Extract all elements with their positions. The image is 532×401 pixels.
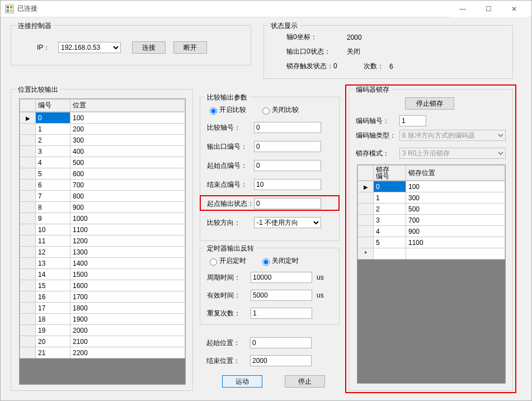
cell-pos[interactable]: 1100 bbox=[70, 224, 185, 235]
position-grid-scroll[interactable]: ▶010012002300340045005600670078008900910… bbox=[20, 112, 185, 384]
cell-id[interactable] bbox=[374, 248, 406, 260]
latch-grid-scroll[interactable]: ▶0100130025003700490051100* bbox=[357, 181, 505, 383]
cell-pos[interactable]: 900 bbox=[406, 226, 505, 237]
startout-state-input[interactable] bbox=[254, 198, 321, 209]
cell-id[interactable]: 5 bbox=[374, 237, 406, 248]
cell-id[interactable]: 8 bbox=[36, 202, 70, 213]
end-pos-input[interactable] bbox=[250, 355, 312, 366]
table-row[interactable]: 131400 bbox=[20, 258, 185, 269]
cell-pos[interactable]: 1100 bbox=[406, 237, 505, 248]
table-row[interactable]: 141500 bbox=[20, 269, 185, 280]
cell-id[interactable]: 0 bbox=[374, 181, 406, 192]
cell-pos[interactable] bbox=[406, 248, 505, 260]
cell-pos[interactable]: 1800 bbox=[70, 303, 185, 314]
cell-pos[interactable]: 1200 bbox=[70, 235, 185, 247]
table-row[interactable]: 2500 bbox=[358, 204, 505, 215]
position-grid-col-id[interactable]: 编号 bbox=[36, 100, 70, 112]
cell-pos[interactable]: 1000 bbox=[70, 213, 185, 224]
cell-id[interactable]: 2 bbox=[374, 204, 406, 215]
latch-grid-col-pos[interactable]: 锁存位置 bbox=[406, 166, 505, 181]
table-row[interactable]: 51100 bbox=[358, 237, 505, 248]
table-row[interactable]: 5600 bbox=[20, 168, 185, 180]
cell-id[interactable]: 4 bbox=[36, 157, 70, 168]
compare-axis-input[interactable] bbox=[254, 122, 321, 133]
cell-id[interactable]: 17 bbox=[36, 303, 70, 314]
cell-id[interactable]: 16 bbox=[36, 291, 70, 303]
maximize-button[interactable]: ☐ bbox=[475, 1, 501, 17]
cell-pos[interactable]: 600 bbox=[70, 168, 185, 180]
cell-pos[interactable]: 1400 bbox=[70, 258, 185, 269]
cell-pos[interactable]: 1700 bbox=[70, 291, 185, 303]
cell-id[interactable]: 10 bbox=[36, 224, 70, 235]
cell-id[interactable]: 11 bbox=[36, 235, 70, 247]
cell-pos[interactable]: 300 bbox=[70, 135, 185, 146]
close-button[interactable]: ✕ bbox=[501, 1, 527, 17]
cell-pos[interactable]: 500 bbox=[406, 204, 505, 215]
stop-latch-button[interactable]: 停止锁存 bbox=[405, 97, 454, 110]
run-button[interactable]: 运动 bbox=[222, 375, 262, 388]
table-row[interactable]: 192000 bbox=[20, 325, 185, 336]
cell-id[interactable]: 3 bbox=[36, 146, 70, 157]
table-row[interactable]: 1300 bbox=[358, 192, 505, 204]
effective-time-input[interactable] bbox=[251, 290, 312, 301]
minimize-button[interactable]: — bbox=[450, 1, 475, 17]
table-row[interactable]: 3400 bbox=[20, 146, 185, 157]
table-row[interactable]: 2300 bbox=[20, 135, 185, 146]
cell-id[interactable]: 13 bbox=[36, 258, 70, 269]
stop-button[interactable]: 停止 bbox=[285, 375, 325, 388]
compare-off-radio[interactable]: 关闭比较 bbox=[260, 105, 299, 115]
start-pos-input[interactable] bbox=[250, 337, 312, 348]
table-row[interactable]: 161700 bbox=[20, 291, 185, 303]
cell-id[interactable]: 5 bbox=[36, 168, 70, 180]
cell-id[interactable]: 19 bbox=[36, 325, 70, 336]
table-row-new[interactable]: * bbox=[358, 248, 505, 260]
repeat-count-input[interactable] bbox=[251, 308, 312, 319]
cell-pos[interactable]: 1900 bbox=[70, 314, 185, 325]
cycle-time-input[interactable] bbox=[251, 272, 312, 283]
cell-pos[interactable]: 2100 bbox=[70, 336, 185, 347]
timer-on-radio[interactable]: 开启定时 bbox=[207, 256, 246, 266]
table-row[interactable]: 3700 bbox=[358, 215, 505, 226]
cell-pos[interactable]: 1300 bbox=[70, 247, 185, 258]
cell-id[interactable]: 15 bbox=[36, 280, 70, 291]
table-row[interactable]: 181900 bbox=[20, 314, 185, 325]
cell-pos[interactable]: 1500 bbox=[70, 269, 185, 280]
position-grid-col-pos[interactable]: 位置 bbox=[70, 100, 185, 112]
table-row[interactable]: 151600 bbox=[20, 280, 185, 291]
cell-id[interactable]: 4 bbox=[374, 226, 406, 237]
cell-id[interactable]: 18 bbox=[36, 314, 70, 325]
cell-pos[interactable]: 200 bbox=[70, 124, 185, 135]
cell-id[interactable]: 1 bbox=[374, 192, 406, 204]
cell-pos[interactable]: 500 bbox=[70, 157, 185, 168]
startpt-num-input[interactable] bbox=[254, 160, 321, 171]
cell-id[interactable]: 1 bbox=[36, 124, 70, 135]
endpt-num-input[interactable] bbox=[254, 179, 321, 190]
connect-button[interactable]: 连接 bbox=[132, 41, 166, 54]
cell-pos[interactable]: 900 bbox=[70, 202, 185, 213]
cell-id[interactable]: 21 bbox=[36, 347, 70, 358]
outport-num-input[interactable] bbox=[254, 141, 321, 152]
cell-pos[interactable]: 1600 bbox=[70, 280, 185, 291]
cell-id[interactable]: 7 bbox=[36, 191, 70, 202]
compare-dir-select[interactable]: -1 不使用方向 bbox=[254, 217, 321, 228]
latch-grid[interactable]: 锁存 编号 锁存位置 ▶0100130025003700490051100* bbox=[357, 164, 506, 384]
cell-pos[interactable]: 700 bbox=[70, 180, 185, 191]
table-row[interactable]: 91000 bbox=[20, 213, 185, 224]
table-row[interactable]: 1200 bbox=[20, 124, 185, 135]
table-row[interactable]: 111200 bbox=[20, 235, 185, 247]
cell-id[interactable]: 12 bbox=[36, 247, 70, 258]
table-row[interactable]: 101100 bbox=[20, 224, 185, 235]
table-row[interactable]: 171800 bbox=[20, 303, 185, 314]
latch-grid-col-id[interactable]: 锁存 编号 bbox=[374, 166, 406, 181]
cell-pos[interactable]: 700 bbox=[406, 215, 505, 226]
cell-id[interactable]: 2 bbox=[36, 135, 70, 146]
cell-pos[interactable]: 100 bbox=[70, 112, 185, 124]
table-row[interactable]: 202100 bbox=[20, 336, 185, 347]
table-row[interactable]: 4900 bbox=[358, 226, 505, 237]
table-row[interactable]: 4500 bbox=[20, 157, 185, 168]
cell-pos[interactable]: 100 bbox=[406, 181, 505, 192]
cell-pos[interactable]: 2000 bbox=[70, 325, 185, 336]
disconnect-button[interactable]: 断开 bbox=[173, 41, 207, 54]
ip-select[interactable]: 192.168.0.53 bbox=[58, 42, 121, 53]
cell-id[interactable]: 6 bbox=[36, 180, 70, 191]
